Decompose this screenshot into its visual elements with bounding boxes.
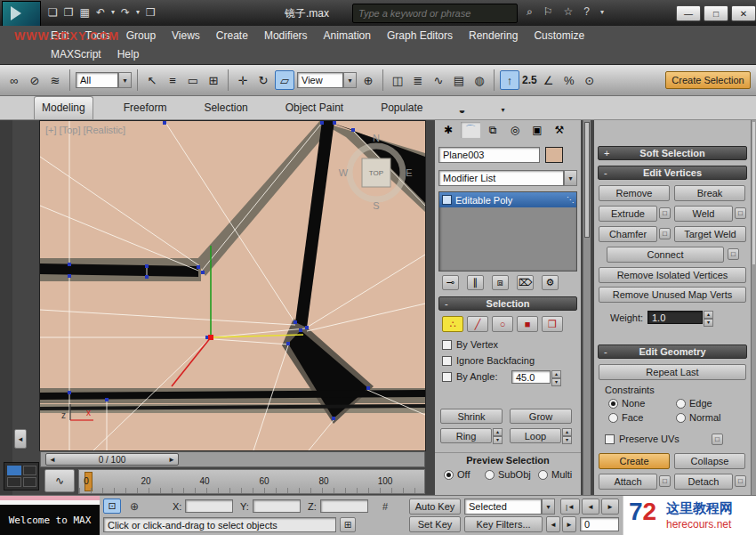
pin-stack-icon[interactable]: ⊸: [442, 275, 459, 290]
menu-views[interactable]: Views: [164, 27, 208, 45]
polygon-subobject-icon[interactable]: ■: [517, 316, 538, 332]
collapse-button[interactable]: Collapse: [674, 453, 745, 469]
select-and-move-icon[interactable]: ✛: [234, 71, 252, 89]
target-weld-button[interactable]: Target Weld: [674, 226, 746, 242]
detach-settings-button[interactable]: □: [735, 475, 746, 487]
menu-customize[interactable]: Customize: [526, 27, 592, 45]
z-coordinate-field[interactable]: [320, 499, 368, 513]
by-angle-checkbox[interactable]: [442, 372, 452, 382]
create-selection-button[interactable]: Create Selection: [665, 71, 751, 89]
by-angle-spinner[interactable]: ▴▾: [551, 370, 561, 386]
edge-subobject-icon[interactable]: ╱: [467, 316, 488, 332]
play-button[interactable]: ►: [601, 499, 619, 515]
ring-spinner[interactable]: ▴▾: [493, 428, 503, 444]
menu-group[interactable]: Group: [118, 27, 164, 45]
chamfer-button[interactable]: Chamfer: [599, 226, 657, 242]
attach-settings-button[interactable]: □: [659, 475, 671, 487]
flag-icon[interactable]: ⚐: [543, 5, 553, 19]
reference-coordinate-dropdown[interactable]: View ▾: [297, 72, 357, 88]
display-tab-icon[interactable]: ▣: [527, 122, 547, 138]
select-and-scale-icon[interactable]: ▱: [275, 70, 294, 90]
modifier-visibility-icon[interactable]: [442, 195, 452, 205]
go-to-start-button[interactable]: |◄: [560, 499, 580, 515]
preview-off-radio[interactable]: [444, 470, 454, 480]
menu-animation[interactable]: Animation: [316, 27, 379, 45]
spinner-snap-icon[interactable]: ⊙: [581, 71, 599, 89]
edit-geometry-rollout-header[interactable]: - Edit Geometry: [598, 345, 747, 359]
ribbon-config-icon[interactable]: ◒: [454, 100, 471, 119]
minimize-button[interactable]: —: [676, 5, 701, 21]
selection-lock-toggle[interactable]: ⊡: [103, 499, 121, 514]
by-vertex-checkbox[interactable]: [442, 340, 452, 350]
compass-east[interactable]: E: [406, 167, 412, 178]
extrude-settings-button[interactable]: □: [659, 207, 671, 219]
window-crossing-icon[interactable]: ⊞: [205, 71, 222, 89]
select-and-rotate-icon[interactable]: ↻: [254, 71, 272, 89]
edit-vertices-rollout-header[interactable]: - Edit Vertices: [598, 166, 747, 180]
ribbon-tab-modeling[interactable]: Modeling: [34, 96, 93, 119]
selection-rollout-header[interactable]: - Selection: [438, 296, 577, 311]
unlink-selection-icon[interactable]: ⊘: [26, 71, 44, 89]
panel-collapse-arrow[interactable]: ◂: [14, 429, 27, 449]
chevron-down-icon[interactable]: ▾: [564, 170, 577, 186]
remove-unused-map-verts-button[interactable]: Remove Unused Map Verts: [599, 287, 746, 303]
edit-panel-scrollbar[interactable]: [751, 120, 756, 495]
keyboard-shortcut-override-icon[interactable]: ⊞: [340, 517, 356, 532]
select-object-icon[interactable]: ↖: [143, 71, 161, 89]
help-dropdown-icon[interactable]: ▾: [600, 5, 604, 19]
weight-value-field[interactable]: 1.0: [647, 311, 703, 324]
menu-rendering[interactable]: Rendering: [461, 27, 526, 45]
selection-filter-dropdown[interactable]: All ▾: [76, 72, 132, 88]
search-input[interactable]: [353, 8, 517, 19]
set-key-button[interactable]: Set Key: [409, 516, 461, 532]
menu-maxscript[interactable]: MAXScript: [43, 45, 109, 63]
detach-button[interactable]: Detach: [674, 474, 733, 490]
open-file-icon[interactable]: ❐: [64, 4, 74, 20]
remove-modifier-icon[interactable]: ⌦: [517, 275, 534, 290]
remove-button[interactable]: Remove: [599, 185, 670, 201]
selection-set-dropdown[interactable]: Selected ▾: [464, 499, 555, 515]
preserve-uvs-checkbox[interactable]: [605, 434, 615, 444]
weight-spinner[interactable]: ▴▾: [704, 311, 713, 327]
soft-selection-rollout-header[interactable]: + Soft Selection: [598, 146, 747, 160]
connect-settings-button[interactable]: □: [728, 248, 739, 260]
ignore-backfacing-checkbox[interactable]: [442, 356, 452, 366]
next-key-button[interactable]: ►: [562, 516, 576, 532]
menu-graph-editors[interactable]: Graph Editors: [379, 27, 461, 45]
undo-icon[interactable]: ↶: [96, 4, 105, 20]
bind-to-spacewarp-icon[interactable]: ≋: [46, 71, 64, 89]
hierarchy-tab-icon[interactable]: ⧉: [483, 122, 503, 138]
grid-toggle-icon[interactable]: #: [377, 499, 393, 514]
close-button[interactable]: ✕: [731, 5, 756, 21]
make-unique-icon[interactable]: ⧈: [492, 275, 509, 290]
auto-key-button[interactable]: Auto Key: [409, 499, 461, 515]
loop-spinner[interactable]: ▴▾: [562, 428, 572, 444]
help-icon[interactable]: ?: [583, 5, 590, 19]
mini-curve-editor-button[interactable]: ∿: [44, 469, 75, 492]
modify-tab-icon[interactable]: ⌒: [461, 122, 480, 138]
remove-isolated-vertices-button[interactable]: Remove Isolated Vertices: [599, 267, 746, 283]
scrollbar-thumb[interactable]: [752, 122, 755, 264]
create-button[interactable]: Create: [599, 453, 670, 469]
menu-modifiers[interactable]: Modifiers: [256, 27, 316, 45]
y-coordinate-field[interactable]: [253, 499, 301, 513]
object-color-swatch[interactable]: [545, 147, 563, 163]
maximize-button[interactable]: □: [704, 5, 728, 21]
compass-north[interactable]: N: [373, 133, 380, 143]
constraint-edge-radio[interactable]: [676, 399, 686, 409]
repeat-last-button[interactable]: Repeat Last: [599, 364, 746, 380]
rectangular-selection-region-icon[interactable]: ▭: [184, 71, 202, 89]
use-center-icon[interactable]: ⊕: [359, 71, 377, 89]
preserve-uvs-settings-button[interactable]: □: [712, 434, 723, 445]
command-panel-scrollbar[interactable]: [583, 120, 591, 495]
attach-button[interactable]: Attach: [599, 474, 657, 490]
break-button[interactable]: Break: [674, 185, 745, 201]
render-setup-icon[interactable]: ◍: [470, 71, 488, 89]
menu-help[interactable]: Help: [109, 45, 148, 63]
ribbon-tab-freeform[interactable]: Freeform: [117, 97, 174, 119]
transform-typein-mode-icon[interactable]: ⊕: [126, 499, 142, 514]
frame-forward-arrow-icon[interactable]: ►: [165, 456, 178, 464]
selected-vertex[interactable]: [208, 335, 213, 340]
save-file-icon[interactable]: ▦: [80, 4, 90, 20]
undo-dropdown-icon[interactable]: ▾: [111, 4, 115, 20]
